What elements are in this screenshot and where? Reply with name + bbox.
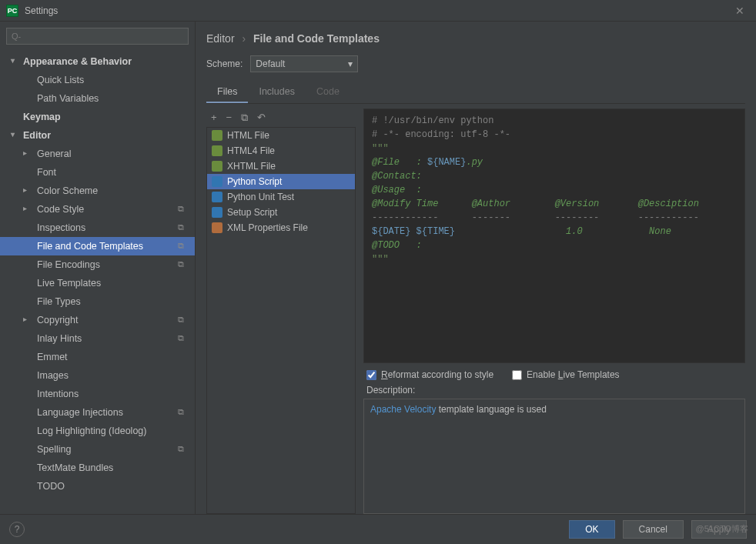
description-box: Apache Velocity template language is use…: [363, 399, 745, 514]
close-icon[interactable]: ✕: [730, 5, 750, 17]
ok-button[interactable]: OK: [569, 520, 614, 539]
template-file-python-script[interactable]: Python Script: [207, 174, 355, 189]
sidebar-item-general[interactable]: General: [0, 145, 195, 163]
html-file-icon: [212, 130, 222, 141]
sidebar-item-keymap[interactable]: Keymap: [0, 108, 195, 126]
sidebar-item-editor[interactable]: Editor: [0, 126, 195, 145]
copy-icon[interactable]: ⧉: [241, 112, 248, 124]
project-scope-icon: ⧉: [178, 333, 184, 343]
sidebar-item-file-and-code-templates[interactable]: File and Code Templates⧉: [0, 237, 195, 255]
file-label: HTML File: [227, 130, 269, 141]
project-scope-icon: ⧉: [178, 204, 184, 214]
sidebar-item-color-scheme[interactable]: Color Scheme: [0, 182, 195, 200]
py-file-icon: [212, 207, 222, 218]
sidebar-item-language-injections[interactable]: Language Injections⧉: [0, 403, 195, 422]
chevron-down-icon: ▾: [348, 58, 353, 69]
breadcrumb: Editor › File and Code Templates: [206, 32, 745, 45]
sidebar-item-spelling[interactable]: Spelling⧉: [0, 440, 195, 459]
sidebar-item-images[interactable]: Images: [0, 366, 195, 385]
py-file-icon: [212, 192, 222, 202]
remove-icon[interactable]: −: [226, 112, 232, 124]
html-file-icon: [212, 161, 222, 172]
file-label: Python Script: [227, 176, 282, 187]
xml-file-icon: [212, 222, 222, 233]
project-scope-icon: ⧉: [178, 444, 184, 454]
content-area: Editor › File and Code Templates Scheme:…: [196, 22, 756, 514]
tab-files[interactable]: Files: [206, 82, 248, 103]
sidebar-item-file-encodings[interactable]: File Encodings⧉: [0, 255, 195, 274]
sidebar-item-textmate-bundles[interactable]: TextMate Bundles: [0, 459, 195, 477]
sidebar-item-intentions[interactable]: Intentions: [0, 385, 195, 403]
help-icon[interactable]: ?: [9, 522, 25, 537]
dialog-footer: ? OK Cancel Apply: [0, 514, 756, 543]
template-file-html-file[interactable]: HTML File: [207, 128, 355, 143]
live-templates-checkbox[interactable]: Enable Live Templates: [512, 369, 620, 380]
breadcrumb-current: File and Code Templates: [253, 32, 380, 45]
tab-includes[interactable]: Includes: [248, 82, 306, 103]
sidebar-item-code-style[interactable]: Code Style⧉: [0, 200, 195, 219]
sidebar-item-copyright[interactable]: Copyright⧉: [0, 311, 195, 329]
description-text: template language is used: [436, 404, 546, 415]
py-file-icon: [212, 176, 222, 187]
sidebar-item-inlay-hints[interactable]: Inlay Hints⧉: [0, 329, 195, 348]
template-file-list: HTML FileHTML4 FileXHTML FilePython Scri…: [206, 127, 356, 514]
template-file-xhtml-file[interactable]: XHTML File: [207, 159, 355, 174]
add-icon[interactable]: +: [211, 112, 217, 124]
sidebar-item-live-templates[interactable]: Live Templates: [0, 274, 195, 292]
sidebar-item-font[interactable]: Font: [0, 163, 195, 182]
settings-sidebar: Appearance & BehaviorQuick ListsPath Var…: [0, 22, 196, 514]
cancel-button[interactable]: Cancel: [623, 520, 684, 539]
search-input[interactable]: [6, 28, 189, 45]
description-label: Description:: [363, 385, 745, 399]
template-tabs: FilesIncludesCode: [206, 82, 745, 104]
file-label: XML Properties File: [227, 222, 308, 233]
project-scope-icon: ⧉: [178, 407, 184, 417]
sidebar-item-quick-lists[interactable]: Quick Lists: [0, 71, 195, 89]
sidebar-item-path-variables[interactable]: Path Variables: [0, 89, 195, 108]
scheme-label: Scheme:: [206, 58, 243, 69]
breadcrumb-root[interactable]: Editor: [206, 32, 235, 45]
template-file-python-unit-test[interactable]: Python Unit Test: [207, 189, 355, 205]
sidebar-item-inspections[interactable]: Inspections⧉: [0, 219, 195, 237]
project-scope-icon: ⧉: [178, 315, 184, 325]
settings-tree: Appearance & BehaviorQuick ListsPath Var…: [0, 51, 195, 496]
template-code-editor[interactable]: # !/usr/bin/env python # -*- encoding: u…: [363, 108, 745, 363]
title-bar: PC Settings ✕: [0, 0, 756, 22]
scheme-select[interactable]: Default ▾: [250, 55, 358, 72]
scheme-value: Default: [256, 58, 285, 69]
window-title: Settings: [25, 5, 58, 16]
undo-icon[interactable]: ↶: [257, 112, 266, 124]
app-logo: PC: [6, 5, 18, 17]
project-scope-icon: ⧉: [178, 259, 184, 269]
file-label: HTML4 File: [227, 145, 275, 156]
file-label: Python Unit Test: [227, 192, 294, 202]
template-file-setup-script[interactable]: Setup Script: [207, 205, 355, 220]
sidebar-item-appearance-behavior[interactable]: Appearance & Behavior: [0, 52, 195, 71]
template-file-xml-properties-file[interactable]: XML Properties File: [207, 220, 355, 235]
chevron-right-icon: ›: [242, 32, 246, 45]
file-label: Setup Script: [227, 207, 277, 218]
reformat-checkbox[interactable]: RReformat according to styleeformat acco…: [366, 369, 493, 380]
project-scope-icon: ⧉: [178, 222, 184, 232]
sidebar-item-file-types[interactable]: File Types: [0, 292, 195, 311]
sidebar-item-todo[interactable]: TODO: [0, 477, 195, 496]
tab-code: Code: [306, 82, 350, 103]
apply-button[interactable]: Apply: [691, 520, 747, 539]
template-file-html4-file[interactable]: HTML4 File: [207, 143, 355, 159]
sidebar-item-emmet[interactable]: Emmet: [0, 348, 195, 366]
sidebar-item-log-highlighting-ideolog-[interactable]: Log Highlighting (Ideolog): [0, 422, 195, 440]
file-label: XHTML File: [227, 161, 276, 172]
file-toolbar: + − ⧉ ↶: [206, 108, 356, 127]
apache-velocity-link[interactable]: Apache Velocity: [370, 404, 436, 415]
html-file-icon: [212, 145, 222, 156]
project-scope-icon: ⧉: [178, 241, 184, 251]
